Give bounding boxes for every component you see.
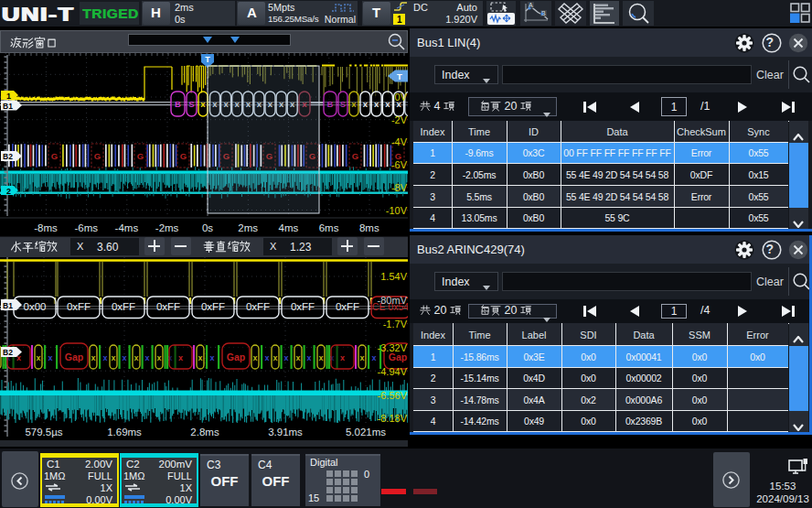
svg-text:B2: B2 — [3, 152, 13, 161]
svg-text:x: x — [272, 353, 277, 362]
svg-text:x: x — [48, 353, 52, 362]
svg-text:x: x — [134, 353, 138, 362]
svg-text:x: x — [178, 353, 183, 362]
svg-text:-6.56V: -6.56V — [378, 390, 408, 401]
svg-text:x: x — [318, 353, 323, 362]
svg-text:x: x — [156, 353, 161, 362]
svg-text:x: x — [363, 99, 369, 109]
svg-text:-10V: -10V — [386, 205, 408, 216]
svg-text:x: x — [200, 99, 206, 109]
svg-text:-8ms: -8ms — [34, 222, 58, 233]
svg-text:S: S — [188, 99, 194, 109]
svg-text:2: 2 — [6, 187, 11, 196]
svg-text:-6ms: -6ms — [74, 222, 98, 233]
svg-text:x: x — [91, 353, 95, 362]
svg-text:-80mV: -80mV — [378, 295, 408, 306]
svg-text:G: G — [180, 151, 187, 161]
svg-text:0xFF: 0xFF — [291, 301, 315, 312]
svg-text:1.54V: 1.54V — [380, 271, 407, 282]
svg-text:x: x — [295, 353, 300, 362]
svg-text:-3.32V: -3.32V — [378, 342, 408, 353]
svg-text:0xFF: 0xFF — [112, 301, 135, 312]
svg-text:1: 1 — [6, 92, 11, 101]
svg-text:x: x — [209, 353, 214, 362]
svg-text:x: x — [359, 353, 364, 362]
svg-text:-4ms: -4ms — [115, 222, 139, 233]
svg-text:x: x — [252, 353, 257, 362]
svg-text:-8.18V: -8.18V — [378, 413, 408, 424]
svg-text:x: x — [102, 353, 107, 362]
svg-text:0xFF: 0xFF — [246, 301, 270, 312]
svg-text:x: x — [144, 353, 149, 362]
svg-text:G: G — [51, 151, 58, 161]
svg-text:0x00: 0x00 — [24, 301, 47, 312]
svg-text:4ms: 4ms — [279, 222, 299, 233]
svg-text:B1: B1 — [3, 102, 13, 111]
svg-text:x: x — [264, 353, 269, 362]
svg-text:G: G — [94, 151, 101, 161]
svg-text:0xFF: 0xFF — [156, 301, 180, 312]
svg-text:x: x — [122, 353, 126, 362]
svg-text:B2: B2 — [3, 348, 13, 357]
svg-text:5.021ms: 5.021ms — [346, 427, 386, 438]
svg-text:6ms: 6ms — [319, 222, 339, 233]
svg-text:S: S — [340, 99, 346, 109]
svg-text:8ms: 8ms — [359, 222, 379, 233]
svg-text:-2V: -2V — [391, 114, 408, 125]
svg-text:-6V: -6V — [391, 159, 408, 170]
svg-text:x: x — [374, 99, 379, 109]
svg-text:-8V: -8V — [391, 182, 408, 193]
svg-text:Gap: Gap — [65, 351, 83, 362]
svg-text:x: x — [36, 353, 40, 362]
svg-text:x: x — [351, 99, 357, 109]
svg-text:x: x — [371, 353, 376, 362]
svg-text:0xFF: 0xFF — [201, 301, 225, 312]
svg-text:B1: B1 — [3, 301, 13, 310]
svg-text:-2ms: -2ms — [155, 222, 179, 233]
svg-text:x: x — [283, 353, 288, 362]
svg-text:x: x — [198, 353, 202, 362]
svg-text:-4V: -4V — [391, 136, 408, 147]
svg-text:2.8ms: 2.8ms — [190, 427, 219, 438]
svg-text:-1.7V: -1.7V — [383, 319, 408, 330]
svg-text:G: G — [137, 151, 144, 161]
svg-text:0V: 0V — [395, 92, 408, 103]
svg-text:B: B — [175, 99, 181, 109]
svg-text:0xFF: 0xFF — [336, 301, 359, 312]
svg-text:1.69ms: 1.69ms — [107, 427, 142, 438]
svg-text:T: T — [397, 71, 402, 81]
svg-text:3.91ms: 3.91ms — [268, 427, 303, 438]
svg-text:x: x — [385, 99, 390, 109]
svg-text:x: x — [340, 353, 345, 362]
svg-text:B: B — [327, 99, 334, 109]
svg-text:Gap: Gap — [227, 351, 245, 362]
svg-text:2ms: 2ms — [238, 222, 258, 233]
svg-text:0xFF: 0xFF — [67, 301, 91, 312]
svg-text:-4.94V: -4.94V — [378, 366, 408, 377]
svg-text:0s: 0s — [202, 222, 213, 233]
svg-text:x: x — [111, 353, 115, 362]
svg-text:579.5µs: 579.5µs — [25, 427, 62, 438]
svg-text:x: x — [306, 353, 311, 362]
svg-text:T: T — [205, 55, 210, 64]
svg-text:G: G — [352, 151, 358, 161]
